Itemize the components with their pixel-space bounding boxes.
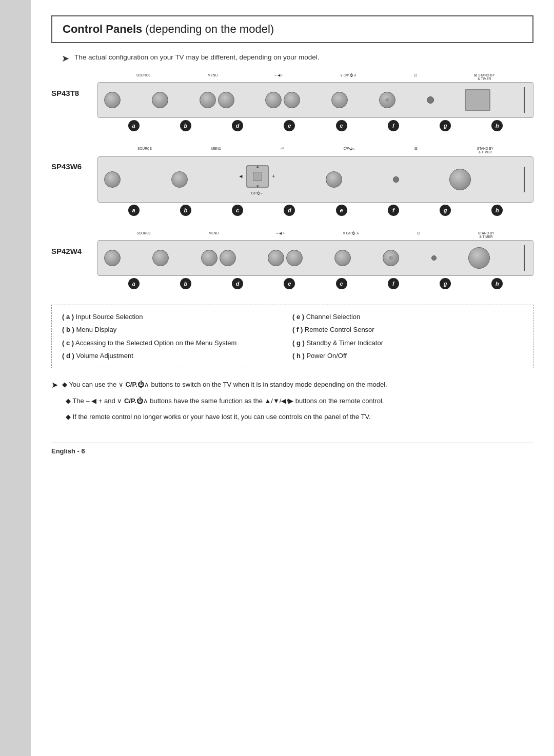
- letter-f-w4: f: [388, 278, 399, 289]
- menu-circle-t8[interactable]: [152, 92, 168, 108]
- vol-minus-w4[interactable]: [201, 250, 217, 266]
- letter-e-t8: e: [284, 120, 295, 131]
- tv-circle-t8[interactable]: [331, 92, 348, 108]
- vol-minus-t8[interactable]: [200, 92, 216, 108]
- footer-text: English - 6: [51, 447, 85, 455]
- letter-d-t8: d: [232, 120, 243, 131]
- vol-group-t8: [200, 92, 234, 108]
- vol-plus-t8[interactable]: [218, 92, 234, 108]
- model-section-sp43t8: SP43T8 SOURCE MENU – ◀ + ∨ C/P.⏻ ∧ ⊡ ⊠ S…: [51, 73, 533, 131]
- label-source-w6: SOURCE: [137, 147, 152, 155]
- note-line: ➤ The actual configuration on your TV ma…: [51, 52, 533, 64]
- menu-btn-w6: [171, 171, 188, 188]
- label-cp-w4: ∨ C/P.⏻ ∧: [343, 231, 359, 238]
- title-box: Control Panels (depending on the model): [51, 15, 533, 43]
- panel-diagram-sp43w6: ◄ ▲ ▼ + C/P.⏻∨: [97, 156, 533, 203]
- ch-group-t8: [265, 92, 300, 108]
- label-source-t8: SOURCE: [136, 73, 151, 81]
- label-standby-w6: STAND BY& TIMER: [477, 147, 493, 155]
- standby-dot-w4: [431, 255, 437, 261]
- ch-down-t8[interactable]: [265, 92, 282, 108]
- tv-input-w4: [334, 250, 351, 266]
- menu-btn-t8: [152, 92, 168, 108]
- ch-up-w4[interactable]: [286, 250, 303, 266]
- left-sidebar-bar: [0, 0, 31, 756]
- tv-circle-w6[interactable]: [326, 171, 342, 188]
- note-block-3: ◆ If the remote control no longer works …: [51, 412, 533, 422]
- note1-text: ◆ You can use the ∨ C/P.⏻∧ buttons to sw…: [62, 380, 387, 390]
- letter-f-t8: f: [388, 120, 399, 131]
- letter-row-sp42w4: a b d e c f g h: [97, 278, 533, 289]
- model-label-sp43w6: SP43W6: [51, 147, 97, 171]
- label-cp-t8: ∨ C/P.⏻ ∧: [340, 73, 357, 81]
- sensor-w4: [383, 250, 399, 266]
- legend-d: ( d ) Volume Adjustment: [62, 351, 292, 361]
- bottom-notes: ➤ ◆ You can use the ∨ C/P.⏻∧ buttons to …: [51, 380, 533, 422]
- legend-a: ( a ) Input Source Selection: [62, 312, 292, 322]
- legend-col-right: ( e ) Channel Selection ( f ) Remote Con…: [292, 312, 523, 361]
- sensor-dot-w6: [393, 176, 399, 183]
- source-circle-w4[interactable]: [104, 250, 121, 266]
- cp-bottom-w6: C/P.⏻∨: [251, 191, 262, 195]
- menu-circle-w6[interactable]: [171, 171, 188, 188]
- note-block-2: ◆ The – ◀ + and ∨ C/P.⏻∧ buttons have th…: [51, 396, 533, 406]
- legend-h: ( h ) Power On/Off: [292, 351, 523, 361]
- power-circle-w6[interactable]: [449, 169, 471, 190]
- power-btn-w6: [449, 169, 471, 190]
- note3-content: ◆ If the remote control no longer works …: [66, 412, 371, 422]
- label-menu-w4: MENU: [209, 231, 219, 238]
- tv-input-t8: [331, 92, 348, 108]
- label-standby-t8: ⊠ STAND BY& TIMER: [474, 73, 494, 81]
- panel-diagram-sp43t8: [97, 82, 533, 118]
- sensor-t8: [379, 92, 395, 108]
- sensor-circle-w4[interactable]: [383, 250, 399, 266]
- letter-row-sp43w6: a b c d e f g h: [97, 205, 533, 216]
- legend-c: ( c ) Accessing to the Selected Option o…: [62, 339, 292, 348]
- letter-h-w6: h: [491, 205, 503, 216]
- panel-sp43w6: SOURCE MENU ⏎ C/P.⏻∧ ⊠ STAND BY& TIMER: [97, 147, 533, 216]
- legend-f: ( f ) Remote Control Sensor: [292, 325, 523, 334]
- label-standby-w4: STAND BY& TIMER: [478, 231, 494, 238]
- plus-w6: +: [272, 173, 275, 179]
- cross-center-w6: [253, 172, 262, 181]
- source-circle-t8[interactable]: [104, 92, 121, 108]
- model-section-sp42w4: SP42W4 SOURCE MENU – ◀ + ∨ C/P.⏻ ∧ ⊡ STA…: [51, 231, 533, 289]
- ch-up-t8[interactable]: [284, 92, 300, 108]
- model-label-sp43t8: SP43T8: [51, 73, 97, 97]
- power-btn-w4: [468, 247, 490, 269]
- label-tv-w6: ⊠: [414, 147, 418, 155]
- content-area: Control Panels (depending on the model) …: [31, 0, 554, 756]
- model-section-sp43w6: SP43W6 SOURCE MENU ⏎ C/P.⏻∧ ⊠ STAND BY& …: [51, 147, 533, 216]
- letter-b-w4: b: [180, 278, 191, 289]
- ch-down-w4[interactable]: [268, 250, 284, 266]
- note2-content: ◆ The – ◀ + and ∨ C/P.⏻∧ buttons have th…: [66, 396, 384, 406]
- letter-c-w4: c: [336, 278, 347, 289]
- standby-dot-t8: [427, 96, 434, 104]
- left-arrow-w6: ◄: [238, 173, 243, 179]
- note-text: The actual configuration on your TV may …: [74, 52, 320, 63]
- arrow-note1-icon: ➤: [51, 380, 58, 390]
- source-btn-w6: [104, 171, 121, 188]
- vol-plus-w4[interactable]: [220, 250, 236, 266]
- label-minus-t8: – ◀ +: [275, 73, 283, 81]
- menu-btn-w4: [152, 250, 169, 266]
- power-circle-w4[interactable]: [468, 247, 490, 269]
- source-circle-w6[interactable]: [104, 171, 121, 188]
- letter-c-w6: c: [232, 205, 243, 216]
- letter-g-w6: g: [440, 205, 451, 216]
- vertical-line-t8: [524, 87, 525, 113]
- sensor-circle-t8[interactable]: [379, 92, 395, 108]
- letter-h-w4: h: [491, 278, 503, 289]
- letter-e-w4: e: [284, 278, 295, 289]
- tv-input-w6: [326, 171, 342, 188]
- footer: English - 6: [51, 443, 533, 455]
- letter-f-w6: f: [388, 205, 399, 216]
- letter-b-w6: b: [180, 205, 191, 216]
- note-block-1: ➤ ◆ You can use the ∨ C/P.⏻∧ buttons to …: [51, 380, 533, 390]
- tv-circle-w4[interactable]: [334, 250, 351, 266]
- menu-circle-w4[interactable]: [152, 250, 169, 266]
- ch-group-w4: [268, 250, 303, 266]
- sensor-w6: [393, 176, 399, 183]
- vol-group-w4: [201, 250, 236, 266]
- model-label-sp42w4: SP42W4: [51, 231, 97, 255]
